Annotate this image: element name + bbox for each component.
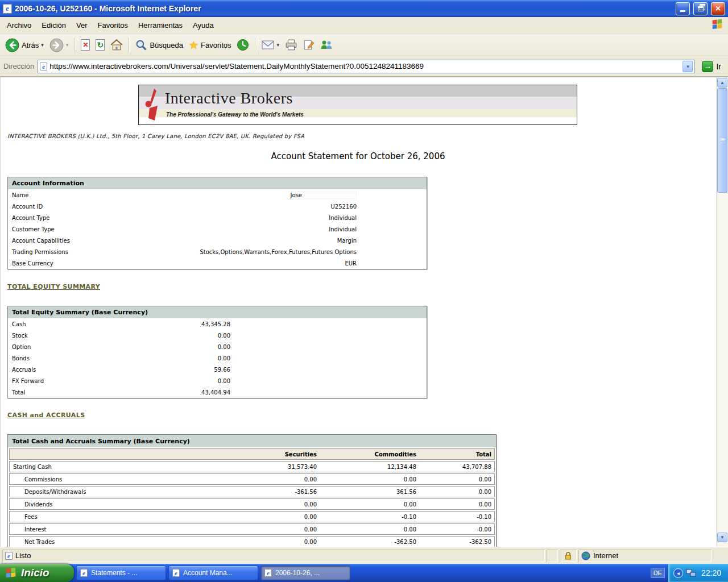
back-button[interactable]: Atrás ▾ [2,36,47,54]
address-input[interactable]: e https://www.interactivebrokers.com/Uni… [38,60,695,73]
table-row: Cash 43,345.28 [8,318,427,330]
back-dropdown-icon[interactable]: ▾ [41,42,44,48]
restore-icon [698,6,704,11]
network-icon[interactable] [686,569,696,577]
status-bar: e Listo Internet [0,547,728,564]
stop-icon: ✕ [81,39,90,51]
messenger-button[interactable] [317,38,336,52]
minimize-button[interactable] [676,2,690,15]
menu-ayuda[interactable]: Ayuda [188,19,219,32]
table-row: Interest 0.00 0.00 -0.00 [9,523,495,535]
table-row: Starting Cash 31,573.40 12,134.48 43,707… [9,461,495,472]
close-button[interactable]: ✕ [711,2,725,15]
legal-line: INTERACTIVE BROKERS (U.K.) Ltd., 5th Flo… [7,133,304,139]
row-value: Individual [329,215,357,221]
row-value: 59.66 [214,367,230,373]
forward-button[interactable]: ▾ [47,36,72,54]
status-panel: e Listo [2,550,545,562]
favorites-label: Favoritos [201,41,231,49]
address-bar: Dirección e https://www.interactivebroke… [0,56,728,77]
scroll-up-button[interactable]: ▲ [717,78,727,88]
menu-archivo[interactable]: Archivo [2,19,36,32]
ie-page-icon: e [172,569,180,577]
favorites-button[interactable]: ★ Favoritos [186,37,234,53]
row-label: Commissions [13,476,229,483]
brand-name: Interactive Brokers [165,89,293,107]
stop-button[interactable]: ✕ [78,38,93,52]
column-total: Total [416,451,491,458]
minimize-icon [680,10,685,12]
taskbar-task-account-management[interactable]: e Account Mana... [168,566,258,580]
row-label: Interest [13,526,229,533]
start-button[interactable]: Inicio [0,564,74,582]
resize-corner [713,550,726,562]
refresh-button[interactable]: ↻ [93,38,107,52]
row-label: Name [12,192,29,198]
row-value: 43,404.94 [201,389,230,396]
taskbar-task-statements[interactable]: e Statements - ... [76,566,166,580]
tray-panel: ◂ 22:20 [668,564,728,582]
row-label: Accruals [12,367,36,373]
mail-dropdown-icon[interactable]: ▾ [276,42,279,48]
mail-button[interactable]: ▾ [259,39,282,51]
menu-ver[interactable]: Ver [71,19,93,32]
globe-icon [581,551,590,560]
account-information-table: Account Information Name Jose Account ID… [7,177,427,269]
favorites-star-icon: ★ [189,39,198,52]
cash-and-accruals-link[interactable]: CASH and ACCRUALS [7,411,85,419]
row-value: Margin [337,238,357,244]
interactive-brokers-banner: Interactive Brokers The Professional's G… [138,85,577,125]
table-row: Accruals 59.66 [8,364,427,375]
language-indicator[interactable]: DE [651,568,665,578]
padlock-icon [564,551,573,560]
home-button[interactable] [107,38,126,52]
restore-button[interactable] [693,2,708,15]
scroll-down-button[interactable]: ▼ [717,533,727,542]
row-value: EUR [345,260,357,267]
security-panel [560,550,577,562]
table-row: Fees 0.00 -0.10 -0.10 [9,511,495,522]
home-icon [110,39,123,51]
table-row: Customer Type Individual [8,223,427,235]
toolbar-separator [255,38,256,52]
brand-tagline: The Professional's Gateway to the World'… [166,111,304,118]
table-row: Name Jose [8,189,427,201]
vertical-scrollbar[interactable]: ▲ ▼ [716,77,728,547]
table-row: Account ID U252160 [8,201,427,212]
search-button[interactable]: Búsqueda [133,38,186,53]
taskbar-task-statement-active[interactable]: e 2006-10-26, ... [260,566,350,580]
scrollbar-thumb[interactable] [717,88,727,193]
windows-flag-icon [5,567,17,579]
status-text: Listo [15,551,31,560]
start-label: Inicio [21,567,49,579]
edit-button[interactable] [300,38,317,52]
column-commodities: Commodities [317,451,416,458]
total-equity-summary-link[interactable]: TOTAL EQUITY SUMMARY [7,283,100,290]
go-arrow-icon: → [702,61,713,72]
toolbar-separator [74,38,75,52]
menu-edicion[interactable]: Edición [36,19,71,32]
title-bar: e 2006-10-26, U252160 - Microsoft Intern… [0,0,728,17]
go-button[interactable]: → Ir [698,60,725,73]
print-button[interactable] [282,38,300,52]
menu-herramientas[interactable]: Herramientas [133,19,188,32]
row-label: Base Currency [12,260,53,267]
toolbar: Atrás ▾ ▾ ✕ ↻ Búsqueda ★ Favoritos [0,34,728,56]
menu-favoritos[interactable]: Favoritos [93,19,133,32]
go-label: Ir [716,62,721,71]
forward-dropdown-icon[interactable]: ▾ [66,42,69,48]
row-label: FX Forward [12,378,44,384]
print-icon [285,39,297,51]
row-label: Deposits/Withdrawals [13,489,229,495]
table-row: FX Forward 0.00 [8,375,427,386]
toolbar-separator [129,38,130,52]
hide-icons-chevron-icon[interactable]: ◂ [673,568,683,578]
task-label: Account Mana... [183,569,233,577]
row-value: Jose [291,192,357,199]
edit-icon [303,39,315,51]
address-dropdown-button[interactable]: ▾ [682,61,693,72]
row-value: 0.00 [218,355,230,361]
zone-label: Internet [593,551,618,560]
table-row: Dividends 0.00 0.00 0.00 [9,498,495,510]
history-button[interactable] [234,37,252,53]
